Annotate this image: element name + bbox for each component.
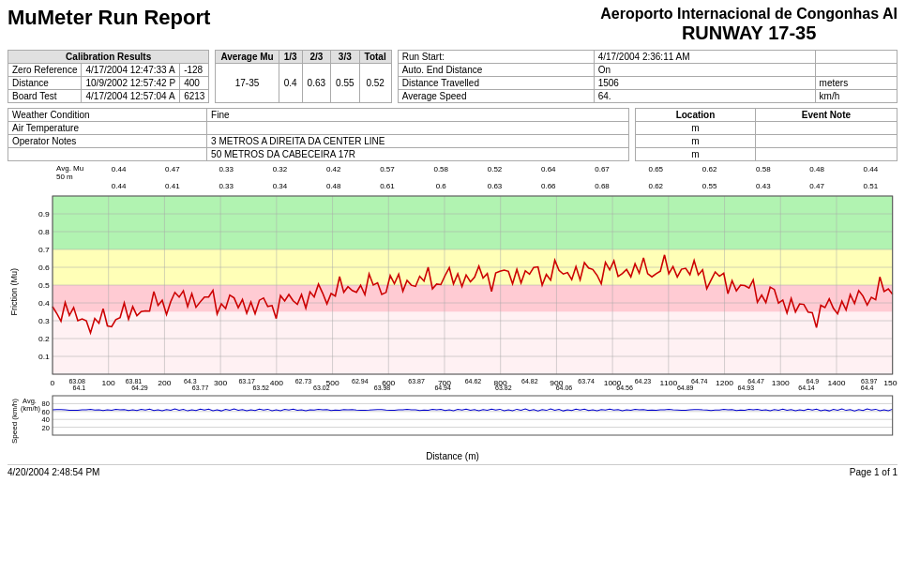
- chart-top-val: 0.48: [790, 165, 843, 182]
- svg-text:0.8: 0.8: [38, 228, 50, 236]
- weather-label: Weather Condition: [8, 109, 207, 122]
- chart-second-val: 0.33: [200, 182, 253, 190]
- weather-val: Fine: [207, 109, 629, 122]
- footer: 4/20/2004 2:48:54 PM Page 1 of 1: [8, 464, 897, 477]
- mu-val: 0.4: [279, 64, 302, 103]
- event-col2: Event Note: [755, 109, 897, 122]
- friction-y-label: Friction (Mu): [9, 268, 19, 316]
- run-label: Average Speed: [398, 90, 594, 103]
- speed-vals-row2: 64.164.2963.7763.5263.0263.9864.9463.826…: [49, 384, 897, 391]
- cal-value: -128: [180, 64, 209, 77]
- calibration-table: Calibration Results Zero Reference4/17/2…: [8, 50, 209, 103]
- mu-runway: 17-35: [216, 64, 279, 103]
- mu-col-23: 2/3: [302, 51, 330, 64]
- chart-second-val: 0.61: [360, 182, 414, 190]
- event-note: [755, 122, 897, 135]
- weather-val: 3 METROS A DIREITA DA CENTER LINE: [207, 135, 629, 148]
- svg-text:60: 60: [42, 408, 50, 416]
- run-val: 1506: [594, 77, 815, 90]
- chart-second-val: 0.55: [683, 182, 736, 190]
- chart-top-val: 0.33: [200, 165, 253, 182]
- report-title: MuMeter Run Report: [8, 6, 210, 30]
- weather-val: [207, 122, 629, 135]
- svg-text:0.2: 0.2: [38, 335, 50, 343]
- cal-label: Board Test: [8, 90, 82, 103]
- run-label: Auto. End Distance: [398, 64, 594, 77]
- chart-top-val: 0.52: [468, 165, 521, 182]
- svg-text:40: 40: [42, 415, 50, 424]
- event-col1: Location: [636, 109, 756, 122]
- avg-mu-chart-label: Avg. Mu50 m: [56, 165, 92, 182]
- main-chart-area: Friction (Mu) 0.10.20.30.40.50.60.70.80.…: [8, 191, 897, 393]
- weather-row: Weather ConditionFine: [8, 109, 629, 122]
- cal-date: 4/17/2004 12:57:04 A: [82, 90, 180, 103]
- event-note: [755, 135, 897, 148]
- chart-second-val: 0.43: [736, 182, 790, 190]
- svg-text:0.7: 0.7: [38, 246, 50, 254]
- event-loc: m: [636, 122, 756, 135]
- svg-text:0.3: 0.3: [38, 317, 50, 325]
- run-unit: [815, 51, 897, 64]
- run-info-table: Run Start:4/17/2004 2:36:11 AMAuto. End …: [398, 50, 897, 103]
- airport-block: Aeroporto Internacional de Congonhas AI …: [600, 6, 897, 44]
- chart-second-val: 0.48: [307, 182, 360, 190]
- weather-row: 50 METROS DA CABECEIRA 17R: [8, 148, 629, 161]
- chart-top-val: 0.44: [92, 165, 145, 182]
- run-row: Average Speed64.km/h: [398, 90, 897, 103]
- svg-rect-57: [53, 396, 893, 435]
- svg-text:20: 20: [42, 423, 50, 431]
- svg-text:0.6: 0.6: [38, 264, 50, 272]
- footer-page: Page 1 of 1: [850, 467, 897, 477]
- event-note: [755, 148, 897, 161]
- weather-row: Air Temperature: [8, 122, 629, 135]
- chart-top-val: 0.47: [145, 165, 199, 182]
- cal-date: 10/9/2002 12:57:42 P: [82, 77, 180, 90]
- svg-text:80: 80: [42, 400, 50, 408]
- info-row: Weather ConditionFineAir TemperatureOper…: [8, 108, 897, 161]
- speed-y-label: Speed (km/h): [10, 399, 19, 444]
- chart-top-val: 0.58: [415, 165, 468, 182]
- weather-label: [8, 148, 207, 161]
- weather-label: Air Temperature: [8, 122, 207, 135]
- event-row: m: [636, 122, 897, 135]
- run-val: 4/17/2004 2:36:11 AM: [594, 51, 815, 64]
- avg-mu-table: Average Mu 1/3 2/3 3/3 Total 17-350.40.6…: [215, 50, 391, 103]
- mu-val: 0.55: [331, 64, 359, 103]
- mu-col-33: 3/3: [331, 51, 359, 64]
- chart-second-val: 0.51: [844, 182, 897, 190]
- x-axis-label: Distance (m): [8, 451, 897, 461]
- run-val: 64.: [594, 90, 815, 103]
- event-row: m: [636, 148, 897, 161]
- chart-top-val: 0.65: [629, 165, 683, 182]
- chart-top-val: 0.32: [253, 165, 307, 182]
- cal-row: Distance10/9/2002 12:57:42 P400: [8, 77, 209, 90]
- chart-top-val: 0.67: [575, 165, 628, 182]
- top-tables-row: Calibration Results Zero Reference4/17/2…: [8, 50, 897, 103]
- cal-value: 6213: [180, 90, 209, 103]
- svg-text:0.5: 0.5: [38, 281, 50, 290]
- cal-label: Zero Reference: [8, 64, 82, 77]
- avg-mu-label: Average Mu: [216, 51, 279, 64]
- chart-second-val: 0.44: [92, 182, 145, 190]
- run-label: Run Start:: [398, 51, 594, 64]
- chart-top-val: 0.58: [736, 165, 790, 182]
- speed-chart-area: Speed (km/h) 63.0863.8164.363.1762.7362.…: [8, 393, 897, 449]
- svg-rect-3: [53, 311, 893, 374]
- chart-top-val: 0.42: [307, 165, 360, 182]
- chart-top-val: 0.44: [844, 165, 897, 182]
- cal-row: Zero Reference4/17/2004 12:47:33 A-128: [8, 64, 209, 77]
- chart-top-row1: Avg. Mu50 m 0.440.470.330.320.420.570.58…: [8, 165, 897, 182]
- mu-row: 17-350.40.630.550.52: [216, 64, 391, 103]
- mu-col-total: Total: [359, 51, 391, 64]
- events-table: Location Event Note mmm: [635, 108, 897, 161]
- chart-second-val: 0.63: [468, 182, 521, 190]
- cal-date: 4/17/2004 12:47:33 A: [82, 64, 180, 77]
- event-row: m: [636, 135, 897, 148]
- cal-title: Calibration Results: [8, 51, 209, 64]
- run-unit: meters: [815, 77, 897, 90]
- chart-second-val: 0.6: [415, 182, 468, 190]
- page: MuMeter Run Report Aeroporto Internacion…: [0, 0, 905, 588]
- run-row: Distance Travelled1506meters: [398, 77, 897, 90]
- airport-name: Aeroporto Internacional de Congonhas AI: [600, 6, 897, 23]
- chart-container: Avg. Mu50 m 0.440.470.330.320.420.570.58…: [8, 165, 897, 461]
